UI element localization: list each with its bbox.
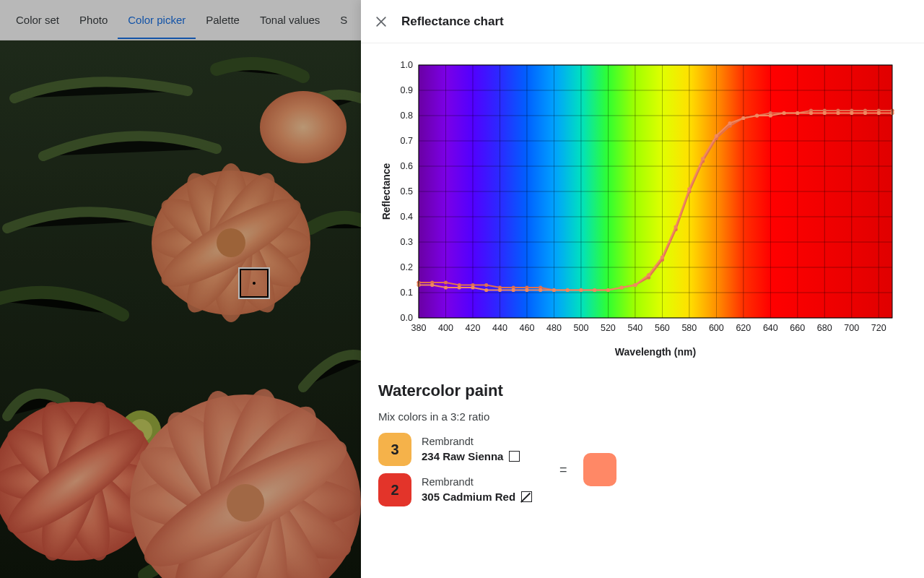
svg-text:480: 480 xyxy=(546,323,562,333)
svg-point-144 xyxy=(687,187,691,191)
svg-point-136 xyxy=(579,288,583,292)
svg-text:Reflectance: Reflectance xyxy=(380,163,392,220)
paint-item[interactable]: 3Rembrandt234 Raw Sienna xyxy=(378,433,532,466)
svg-point-126 xyxy=(444,285,448,289)
photo-svg xyxy=(0,40,361,578)
svg-text:1.0: 1.0 xyxy=(401,60,413,70)
svg-text:0.8: 0.8 xyxy=(401,111,413,121)
ratio-chip: 2 xyxy=(378,473,411,506)
tab-palette[interactable]: Palette xyxy=(196,1,250,39)
close-icon[interactable] xyxy=(374,14,388,29)
svg-point-152 xyxy=(796,111,799,115)
opacity-icon xyxy=(521,491,532,502)
svg-text:420: 420 xyxy=(466,323,481,333)
paint-info: Rembrandt305 Cadmium Red xyxy=(422,475,532,504)
svg-text:580: 580 xyxy=(681,323,697,333)
paint-name: 305 Cadmium Red xyxy=(422,490,515,504)
equals-sign: = xyxy=(559,462,567,478)
svg-text:540: 540 xyxy=(627,323,642,333)
svg-text:380: 380 xyxy=(411,323,427,333)
paint-brand: Rembrandt xyxy=(422,435,520,449)
panel-title: Reflectance chart xyxy=(401,14,504,29)
svg-text:400: 400 xyxy=(438,323,453,333)
paint-item[interactable]: 2Rembrandt305 Cadmium Red xyxy=(378,473,532,506)
svg-point-26 xyxy=(227,484,264,522)
svg-point-135 xyxy=(566,288,570,292)
photo-canvas[interactable] xyxy=(0,40,361,578)
svg-point-143 xyxy=(674,225,678,228)
svg-point-132 xyxy=(525,288,528,292)
svg-point-150 xyxy=(769,113,772,117)
svg-text:0.5: 0.5 xyxy=(401,186,413,197)
svg-text:500: 500 xyxy=(573,323,588,333)
svg-point-138 xyxy=(606,288,610,292)
panel-body: 0.00.10.20.30.40.50.60.70.80.91.03804004… xyxy=(361,43,924,521)
svg-text:0.6: 0.6 xyxy=(401,161,413,171)
svg-point-158 xyxy=(877,111,881,115)
svg-point-151 xyxy=(783,111,786,115)
svg-point-148 xyxy=(741,116,745,120)
paint-brand: Rembrandt xyxy=(422,475,532,490)
reflectance-chart: 0.00.10.20.30.40.50.60.70.80.91.03804004… xyxy=(378,58,898,361)
svg-point-139 xyxy=(620,285,624,289)
tab-tonal-values[interactable]: Tonal values xyxy=(250,1,330,39)
svg-point-11 xyxy=(217,228,245,257)
tab-s[interactable]: S xyxy=(330,1,357,39)
svg-point-153 xyxy=(809,111,813,115)
mix-hint: Mix colors in a 3:2 ratio xyxy=(378,410,907,423)
ratio-chip: 3 xyxy=(378,433,411,466)
svg-text:660: 660 xyxy=(790,323,805,333)
opacity-icon xyxy=(509,451,520,462)
svg-point-145 xyxy=(701,157,705,160)
svg-text:600: 600 xyxy=(709,323,724,333)
chart-svg: 0.00.10.20.30.40.50.60.70.80.91.03804004… xyxy=(378,58,898,361)
svg-text:0.1: 0.1 xyxy=(401,288,413,298)
svg-point-146 xyxy=(715,134,718,137)
svg-point-3 xyxy=(260,91,346,163)
svg-point-154 xyxy=(823,111,827,115)
mix-row: 3Rembrandt234 Raw Sienna2Rembrandt305 Ca… xyxy=(378,433,907,506)
svg-point-155 xyxy=(836,111,840,115)
svg-text:0.3: 0.3 xyxy=(401,237,413,247)
svg-point-156 xyxy=(850,111,853,115)
tab-color-picker[interactable]: Color picker xyxy=(118,1,196,39)
svg-text:Wavelength (nm): Wavelength (nm) xyxy=(615,346,696,358)
svg-point-147 xyxy=(728,121,732,125)
svg-point-141 xyxy=(647,273,650,277)
svg-text:520: 520 xyxy=(601,323,616,333)
mix-paint-list: 3Rembrandt234 Raw Sienna2Rembrandt305 Ca… xyxy=(378,433,532,506)
svg-text:460: 460 xyxy=(520,323,535,333)
svg-point-90 xyxy=(444,280,448,284)
reflectance-panel: Reflectance chart 0.00.10.20.30.40.50.60… xyxy=(361,0,924,578)
svg-point-140 xyxy=(633,283,637,287)
svg-point-125 xyxy=(430,283,434,287)
svg-point-134 xyxy=(552,288,556,292)
svg-text:0.0: 0.0 xyxy=(401,313,413,323)
panel-header: Reflectance chart xyxy=(361,0,924,43)
svg-point-133 xyxy=(539,288,542,292)
svg-point-93 xyxy=(484,283,488,287)
svg-text:0.7: 0.7 xyxy=(401,136,413,146)
svg-text:640: 640 xyxy=(763,323,778,333)
svg-text:0.4: 0.4 xyxy=(401,212,413,222)
svg-text:0.2: 0.2 xyxy=(401,262,413,272)
mix-section-title: Watercolor paint xyxy=(378,381,907,400)
svg-text:720: 720 xyxy=(871,323,886,333)
svg-text:560: 560 xyxy=(655,323,670,333)
svg-point-142 xyxy=(661,255,664,259)
paint-name: 234 Raw Sienna xyxy=(422,449,503,464)
svg-point-149 xyxy=(755,113,759,117)
svg-point-129 xyxy=(484,288,488,292)
tab-photo[interactable]: Photo xyxy=(69,1,118,39)
svg-point-130 xyxy=(498,288,502,292)
svg-text:700: 700 xyxy=(844,323,859,333)
svg-point-127 xyxy=(458,285,461,289)
svg-text:680: 680 xyxy=(817,323,832,333)
svg-point-157 xyxy=(863,111,867,115)
svg-text:440: 440 xyxy=(492,323,507,333)
mix-result-swatch xyxy=(583,453,616,486)
tab-bar: Color setPhotoColor pickerPaletteTonal v… xyxy=(0,0,361,40)
tab-color-set[interactable]: Color set xyxy=(6,1,69,39)
svg-point-131 xyxy=(512,288,515,292)
paint-info: Rembrandt234 Raw Sienna xyxy=(422,435,520,464)
